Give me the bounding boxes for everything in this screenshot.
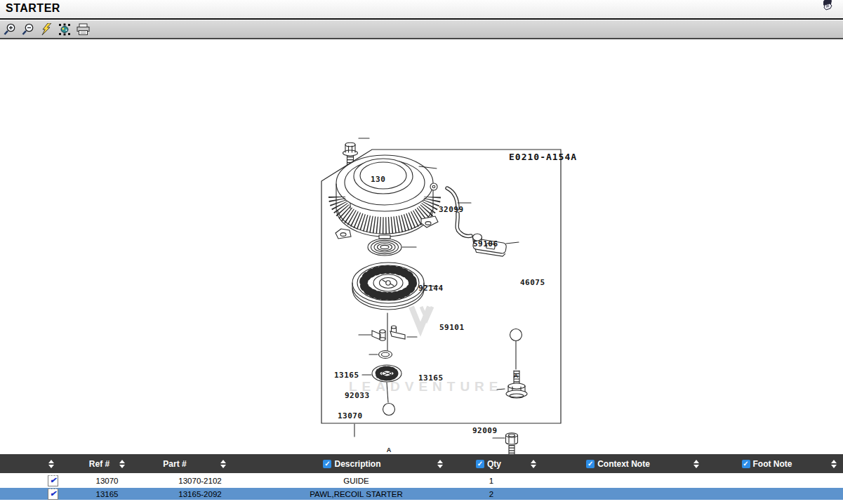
zoom-out-button[interactable] [21,22,35,37]
toolbar [0,20,843,39]
sort-icon [831,460,837,468]
part-label-13070[interactable]: 13070 [338,411,363,420]
column-header-qty[interactable]: ✓ Qty [464,459,548,469]
print-button[interactable] [76,22,90,37]
zoom-in-button[interactable] [3,22,17,37]
cell-ref: 13165 [77,490,137,498]
checkbox-foot-note[interactable]: ✓ [742,460,750,468]
checkbox-description[interactable]: ✓ [323,460,331,468]
cell-description: GUIDE [263,477,449,485]
cell-qty: 2 [449,490,533,498]
zoom-out-icon [22,23,34,36]
printer-icon [77,23,90,36]
lightning-icon [40,23,53,36]
diagram-artwork [0,41,843,454]
cell-description: PAWL,RECOIL STARTER [263,490,449,498]
part-label-32099[interactable]: 32099 [439,205,464,214]
callout-a-right: A [514,372,519,379]
sort-icon [437,460,443,468]
image-map-icon [58,23,71,36]
part-label-92033[interactable]: 92033 [345,391,370,400]
cell-ref: 13070 [77,477,137,485]
column-header-foot-note[interactable]: ✓ Foot Note [710,459,843,469]
sort-icon [119,460,125,468]
parts-table-header: Ref # Part # ✓ Description ✓ Qty ✓ Conte… [0,454,843,473]
part-label-92009[interactable]: 92009 [472,426,498,435]
zoom-in-icon [4,23,16,36]
parts-diagram: LEADVENTURE [0,41,843,454]
page-title: STARTER [6,2,60,15]
note-edit-icon[interactable]: ✔ [48,475,58,486]
part-label-59106[interactable]: 59106 [473,239,498,248]
cell-part: 13070-2102 [137,477,263,485]
column-header-ref[interactable]: Ref # [77,459,137,469]
table-row[interactable]: ✔ 13070 13070-2102 GUIDE 1 [0,473,843,488]
hand-pointer-icon[interactable] [819,0,835,13]
sort-icon [693,460,699,468]
column-header-icon[interactable] [0,460,77,468]
checkbox-qty[interactable]: ✓ [476,460,484,468]
note-edit-icon[interactable]: ✔ [48,489,58,500]
part-label-46075[interactable]: 46075 [520,278,545,287]
part-label-92144[interactable]: 92144 [418,284,444,293]
column-header-context-note[interactable]: ✓ Context Note [567,459,718,469]
flash-refresh-button[interactable] [39,22,53,37]
column-header-part[interactable]: Part # [131,459,258,469]
table-row[interactable]: ✔ 13165 13165-2092 PAWL,RECOIL STARTER 2 [0,488,843,500]
parts-catalog-window: STARTER [0,0,843,504]
checkbox-context-note[interactable]: ✓ [586,460,595,468]
partial-next-row [0,500,843,504]
image-map-button[interactable] [58,22,72,37]
column-header-description[interactable]: ✓ Description [290,459,476,469]
sort-icon [531,460,536,468]
part-label-13165-right[interactable]: 13165 [418,373,444,383]
sort-icon [220,460,226,468]
cell-qty: 1 [449,477,533,485]
drawing-code: E0210-A154A [509,152,577,162]
sort-icon [48,460,54,468]
cell-part: 13165-2092 [137,490,263,498]
part-label-13165-left[interactable]: 13165 [334,371,359,380]
callout-a-bottom: A [387,446,392,453]
part-label-130[interactable]: 130 [371,175,385,184]
title-bar: STARTER [0,0,843,20]
part-label-59101[interactable]: 59101 [439,323,465,332]
